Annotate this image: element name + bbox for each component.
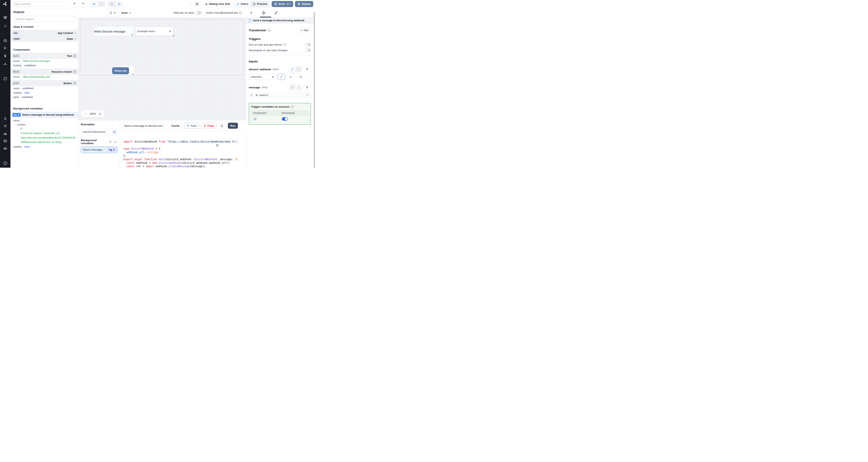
- fork-button[interactable]: Fork: [184, 123, 199, 129]
- reload-code-button[interactable]: [219, 123, 225, 129]
- sidebar-item-audit[interactable]: [3, 146, 7, 151]
- component-c-row[interactable]: c Button: [10, 80, 78, 86]
- text-component[interactable]: Write Discord message:: [94, 27, 133, 36]
- info-icon[interactable]: i: [283, 43, 286, 46]
- desktop-view-button[interactable]: [116, 1, 123, 6]
- cache-button[interactable]: Cache: [169, 123, 182, 129]
- clear-select-icon[interactable]: ✕: [169, 30, 171, 33]
- field-value: undefined: [23, 87, 34, 90]
- app-canvas[interactable]: Write Discord message: Example resou... …: [79, 18, 246, 121]
- run-on-start-toggle[interactable]: [305, 43, 311, 46]
- add-bg-runnable-button[interactable]: +: [113, 139, 118, 144]
- button-component[interactable]: Press me: [112, 67, 134, 75]
- more-menu-button[interactable]: ⋮: [189, 2, 191, 6]
- state-row[interactable]: state State: [10, 36, 78, 42]
- draft-button[interactable]: Draft ⌘S: [272, 1, 293, 7]
- sidebar-item-folders[interactable]: [3, 139, 7, 143]
- sidebar-item-schedules[interactable]: [3, 77, 7, 81]
- sidebar-item-apps[interactable]: [3, 15, 7, 20]
- refresh-resource-button[interactable]: [297, 74, 304, 80]
- frequency-dropdown[interactable]: once: [121, 11, 132, 14]
- sidebar-item-home[interactable]: [3, 38, 7, 42]
- resize-handle[interactable]: [173, 35, 174, 36]
- triggers-title: Triggers: [249, 37, 311, 40]
- canvas-column: 0 once Hide bar on view Author henri@win…: [79, 8, 246, 168]
- tab-editor[interactable]: Editor: [235, 1, 251, 7]
- static-mode-button[interactable]: [289, 67, 296, 72]
- press-me-button[interactable]: Press me: [112, 67, 129, 74]
- vertical-scrollbar[interactable]: [314, 12, 315, 168]
- undo-button[interactable]: ↶: [70, 1, 79, 7]
- resize-handle[interactable]: [131, 34, 133, 36]
- sidebar-item-favorites[interactable]: ☆: [3, 24, 7, 28]
- docs-button[interactable]: [194, 1, 200, 7]
- zoom-in-button[interactable]: +: [97, 111, 103, 116]
- code-editor-column: Cache Fork Clear Run import disco: [120, 121, 246, 168]
- debug-runs-button[interactable]: Debug runs (23): [203, 1, 232, 7]
- eval-mode-button[interactable]: f: [296, 85, 301, 90]
- fullscreen-canvas-button[interactable]: [97, 1, 105, 6]
- clear-button[interactable]: Clear: [201, 123, 217, 129]
- resource-value-input[interactable]: u/henri/te... ✕: [249, 74, 276, 80]
- edit-resource-button[interactable]: [278, 74, 285, 80]
- ctx-type-label: App Context: [58, 32, 73, 35]
- run-button[interactable]: Run: [228, 123, 238, 129]
- tree-key: 0: [20, 127, 22, 130]
- sidebar-item-runs[interactable]: [3, 46, 7, 50]
- sidebar-item-users[interactable]: [3, 117, 7, 121]
- add-resource-button[interactable]: [287, 74, 294, 80]
- connect-plug-button[interactable]: [303, 84, 311, 90]
- component-a-row[interactable]: a Text: [10, 53, 78, 59]
- runnable-title-input[interactable]: [122, 123, 165, 129]
- clear-resource-icon[interactable]: ✕: [272, 75, 274, 78]
- sidebar-item-resources[interactable]: [3, 62, 7, 66]
- mobile-view-button[interactable]: [108, 1, 116, 6]
- message-expr-editor[interactable]: 1 b.result: [249, 92, 311, 98]
- static-mode-button[interactable]: [289, 85, 296, 90]
- eval-mode-button[interactable]: f: [296, 67, 301, 72]
- sidebar-item-settings[interactable]: [3, 124, 7, 128]
- save-icon: [274, 2, 277, 5]
- sidebar-item-help[interactable]: ?: [3, 161, 7, 165]
- recompute-c-toggle[interactable]: [282, 117, 288, 121]
- info-icon[interactable]: i: [291, 105, 293, 108]
- collapse-chip[interactable]: [73, 81, 76, 85]
- outputs-panel: Outputs State & Context ctx App Context …: [10, 8, 79, 168]
- chevron-down-icon: [74, 38, 76, 40]
- add-transformer-button[interactable]: Add: [298, 27, 311, 33]
- expand-editor-button[interactable]: [305, 93, 310, 97]
- app-summary-input[interactable]: [12, 1, 68, 7]
- sidebar-item-variables[interactable]: $: [4, 54, 6, 58]
- sidebar-item-workers[interactable]: [3, 132, 7, 136]
- center-layout-button[interactable]: [90, 1, 97, 6]
- search-outputs-input[interactable]: [13, 16, 75, 22]
- refresh-count-button[interactable]: 0: [107, 9, 118, 16]
- tab-runnables-active[interactable]: [261, 11, 266, 15]
- runnable-item[interactable]: hub/1511/discord/se... c: [81, 129, 118, 135]
- tab-insert-component[interactable]: [250, 11, 253, 14]
- collapse-chip[interactable]: [73, 70, 76, 73]
- info-icon[interactable]: i: [268, 29, 271, 32]
- recompute-toggle[interactable]: [305, 48, 311, 52]
- bg-runnable-item-selected[interactable]: Send a message... bg_0: [81, 146, 118, 153]
- ctx-row[interactable]: ctx App Context: [10, 30, 78, 36]
- tab-styling[interactable]: [274, 11, 278, 15]
- copy-code-icon[interactable]: [216, 137, 235, 154]
- redo-button[interactable]: ↷: [79, 1, 87, 7]
- collapse-chip[interactable]: [73, 54, 76, 58]
- info-icon[interactable]: i: [109, 140, 111, 143]
- info-icon[interactable]: i: [239, 11, 242, 14]
- code-editor[interactable]: import discordwebhook from "https://deno…: [120, 131, 246, 168]
- component-b-row[interactable]: b Resource Select: [10, 69, 78, 75]
- resource-select-component[interactable]: Example resou... ✕: [135, 27, 174, 36]
- tab-preview[interactable]: Preview: [251, 1, 269, 7]
- star-icon: ☆: [3, 24, 7, 28]
- connect-plug-button[interactable]: [303, 66, 311, 72]
- resize-handle[interactable]: [132, 73, 133, 74]
- zoom-out-button[interactable]: −: [83, 111, 88, 116]
- hide-bar-toggle[interactable]: [195, 11, 201, 14]
- mobile-icon: [110, 2, 113, 6]
- bg0-row[interactable]: bg_0 Send a message to discord using web…: [10, 112, 78, 118]
- windmill-logo[interactable]: [0, 0, 10, 8]
- deploy-button[interactable]: Deploy: [295, 1, 313, 7]
